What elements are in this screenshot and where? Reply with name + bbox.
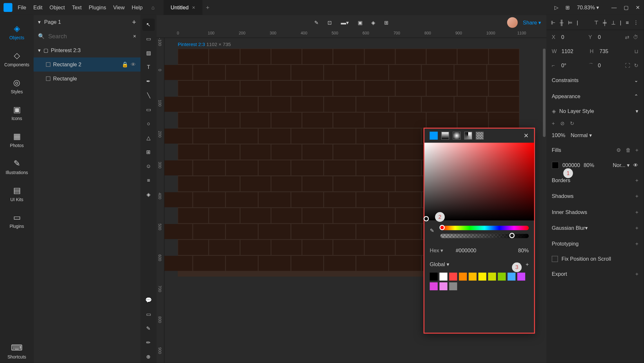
- appearance-header[interactable]: Appearance ⌃: [546, 88, 644, 104]
- add-tab-button[interactable]: +: [206, 4, 209, 11]
- line-tool[interactable]: ╲: [142, 89, 155, 101]
- hex-label[interactable]: Hex ▾: [430, 247, 443, 254]
- home-icon[interactable]: ⌂: [151, 5, 155, 11]
- color-field[interactable]: [424, 143, 534, 220]
- move-tool[interactable]: ↖: [142, 19, 155, 31]
- export-header[interactable]: Export+: [546, 266, 644, 282]
- constraints-header[interactable]: Constraints ⌄: [546, 72, 644, 88]
- borders-header[interactable]: Borders+: [546, 172, 644, 188]
- text-tool[interactable]: T: [142, 61, 155, 73]
- minimize-icon[interactable]: —: [611, 5, 617, 11]
- zoom-tool[interactable]: ⊕: [142, 350, 155, 363]
- boolean-icon[interactable]: ▣: [358, 19, 363, 25]
- add-style-icon[interactable]: +: [552, 120, 555, 126]
- align-left-icon[interactable]: ⊩: [551, 19, 555, 25]
- y-value[interactable]: 0: [598, 34, 622, 40]
- menu-plugins[interactable]: Plugins: [89, 5, 106, 11]
- close-picker-icon[interactable]: ✕: [524, 132, 529, 139]
- alpha-thumb[interactable]: [509, 233, 515, 238]
- brush-tool[interactable]: ✏: [142, 336, 155, 349]
- ellipse-tool[interactable]: ○: [142, 117, 155, 130]
- color-cursor[interactable]: [423, 216, 429, 221]
- grid-icon[interactable]: ⊞: [565, 5, 570, 11]
- rail-plugins[interactable]: ▭Plugins: [0, 209, 33, 232]
- swatch[interactable]: [449, 273, 457, 281]
- rail-icons[interactable]: ▣Icons: [0, 101, 33, 125]
- swatch[interactable]: [478, 273, 487, 281]
- fill-linear-icon[interactable]: [441, 132, 449, 140]
- swatch[interactable]: [449, 282, 457, 290]
- swatch[interactable]: [440, 273, 448, 281]
- fix-scroll-checkbox[interactable]: [552, 256, 558, 262]
- rail-photos[interactable]: ▦Photos: [0, 128, 33, 152]
- swatch[interactable]: [440, 282, 448, 290]
- fill-add-icon[interactable]: +: [635, 147, 639, 153]
- prototyping-header[interactable]: Prototyping+: [546, 236, 644, 252]
- link-icon[interactable]: ⊔: [634, 48, 638, 54]
- hue-slider[interactable]: [440, 226, 529, 230]
- rail-components[interactable]: ◇Components: [0, 47, 33, 71]
- fill-opacity[interactable]: 80%: [583, 162, 594, 168]
- triangle-tool[interactable]: △: [142, 132, 155, 144]
- search-input[interactable]: [48, 33, 130, 40]
- menu-text[interactable]: Text: [72, 5, 81, 11]
- visibility-icon[interactable]: 👁: [131, 61, 136, 68]
- zoom-level[interactable]: 70.83% ▾: [577, 5, 599, 11]
- clear-search-icon[interactable]: ×: [133, 33, 136, 39]
- add-export-icon[interactable]: +: [635, 271, 639, 277]
- inner-shadows-header[interactable]: Inner Shadows+: [546, 204, 644, 220]
- timer-icon[interactable]: ⏱: [633, 34, 638, 40]
- vertical-scrollbar[interactable]: [543, 49, 545, 137]
- hex-value[interactable]: #000000: [456, 247, 476, 254]
- gaussian-header[interactable]: Gaussian Blur ▾+: [546, 220, 644, 236]
- artboard-label[interactable]: Pinterest 2:3 1102 × 735: [178, 42, 231, 47]
- close-window-icon[interactable]: ✕: [636, 5, 640, 11]
- fill-pattern-icon[interactable]: [476, 132, 484, 140]
- fill-blend[interactable]: Nor... ▾: [613, 162, 630, 168]
- distribute-icon[interactable]: ⊞: [384, 19, 389, 25]
- add-page-button[interactable]: +: [132, 18, 136, 26]
- edit-icon[interactable]: ✎: [314, 19, 319, 25]
- fill-solid-icon[interactable]: [430, 132, 438, 140]
- menu-file[interactable]: File: [18, 5, 26, 11]
- swatch[interactable]: [430, 273, 438, 281]
- hotspot-tool[interactable]: ▭: [142, 308, 155, 320]
- text-box-icon[interactable]: ⊡: [327, 19, 332, 25]
- fill-swatch[interactable]: [552, 162, 559, 169]
- align-bottom-icon[interactable]: ⊥: [611, 19, 616, 25]
- rectangle-tool[interactable]: ▭: [142, 103, 155, 116]
- swatch[interactable]: [430, 282, 438, 290]
- align-middle-icon[interactable]: ╪: [603, 19, 607, 25]
- fill-delete-icon[interactable]: 🗑: [626, 147, 631, 153]
- page-chevron-icon[interactable]: ▾: [38, 19, 41, 25]
- swatch[interactable]: [507, 273, 516, 281]
- picker-opacity[interactable]: 80%: [518, 247, 529, 254]
- rail-objects[interactable]: ◈Objects: [0, 20, 33, 44]
- fill-radial-icon[interactable]: [453, 132, 461, 140]
- play-icon[interactable]: ▷: [554, 5, 558, 11]
- slice-tool[interactable]: ▨: [142, 47, 155, 59]
- blend-mode[interactable]: Normal ▾: [571, 132, 592, 138]
- hue-thumb[interactable]: [440, 225, 445, 230]
- layer-rectangle[interactable]: Rectangle: [33, 71, 140, 86]
- more-tool-1[interactable]: ≡: [142, 174, 155, 186]
- align-right-icon[interactable]: ⊨: [568, 19, 573, 25]
- eyedropper-icon[interactable]: ✎: [430, 228, 434, 234]
- pen-tool[interactable]: ✒: [142, 75, 155, 87]
- avatar-tool[interactable]: ☺: [142, 160, 155, 172]
- add-blur-icon[interactable]: +: [635, 225, 639, 231]
- mask-icon[interactable]: ▬▾: [341, 19, 349, 25]
- rail-styles[interactable]: ◎Styles: [0, 74, 33, 98]
- menu-edit[interactable]: Edit: [33, 5, 42, 11]
- more-tool-2[interactable]: ◈: [142, 188, 155, 200]
- global-colors-label[interactable]: Global ▾: [430, 261, 449, 267]
- h-value[interactable]: 735: [600, 48, 624, 54]
- fill-settings-icon[interactable]: ⚙: [616, 147, 621, 153]
- align-icon[interactable]: ◈: [371, 19, 375, 25]
- swap-icon[interactable]: ⇄: [625, 34, 630, 40]
- ruler-vertical[interactable]: -100 0 100 200 300 400 500 600 700 800 9…: [156, 38, 165, 363]
- swatch[interactable]: [517, 273, 525, 281]
- frame-tool[interactable]: ▭: [142, 33, 155, 45]
- layer-frame[interactable]: ▾ ▢ Pinterest 2:3: [33, 43, 140, 58]
- fill-hex[interactable]: 000000: [562, 162, 580, 168]
